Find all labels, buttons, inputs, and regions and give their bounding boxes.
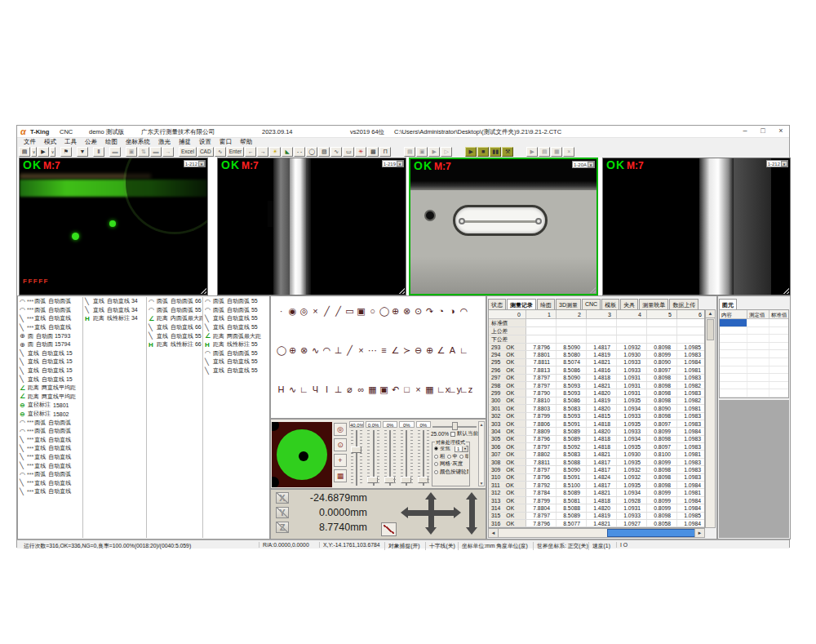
list-item[interactable]: ∠距离两直线平均距: [18, 384, 82, 393]
list-item[interactable]: ∠距离两圆弧最大距: [203, 331, 270, 340]
menu-item[interactable]: 设置: [195, 138, 215, 146]
table-row[interactable]: 298OK 7.87978.50931.48211.09310.80981.09…: [489, 382, 704, 389]
toolbar-button[interactable]: [453, 147, 464, 157]
tool-icon[interactable]: ▣: [357, 306, 366, 317]
toolbar-button[interactable]: ▶: [526, 147, 538, 157]
minimize-button[interactable]: –: [740, 127, 750, 135]
resize-grip-icon[interactable]: [198, 286, 206, 294]
list-item[interactable]: ◠***圆弧自动圆弧: [18, 297, 82, 306]
table-row[interactable]: 314OK 7.88048.50881.48201.09310.80991.09…: [489, 504, 704, 512]
slider-thumb[interactable]: [452, 422, 458, 430]
tool-icon[interactable]: ⊕: [425, 345, 434, 356]
toolbar-button[interactable]: ⚒: [502, 147, 513, 157]
tool-icon[interactable]: ∟: [459, 345, 468, 356]
list-item[interactable]: ⊕圆自动圆 15794: [18, 340, 82, 349]
toolbar-button[interactable]: - -: [294, 147, 305, 157]
toolbar-button[interactable]: [392, 147, 403, 157]
table-row[interactable]: 295OK 7.88118.50741.48211.09330.80901.09…: [489, 359, 704, 366]
tool-icon[interactable]: ↷: [425, 306, 434, 317]
list-item[interactable]: ◠***圆弧自动圆弧: [18, 470, 82, 479]
toolbar-button[interactable]: ←: [245, 147, 256, 157]
table-row[interactable]: [720, 358, 788, 366]
list-item[interactable]: ⊖直径标注15802: [18, 410, 82, 419]
toolbar-button[interactable]: ▶: [465, 147, 477, 157]
maximize-button[interactable]: □: [758, 127, 768, 135]
radio-zoom[interactable]: [434, 446, 438, 451]
menu-item[interactable]: 激光: [154, 138, 175, 146]
list-item[interactable]: ╲直线自动直线 34: [83, 306, 146, 315]
light-mode-button[interactable]: ⊙: [334, 438, 347, 451]
table-row[interactable]: 296OK 7.88138.50861.48161.09330.80971.09…: [489, 366, 704, 374]
tool-icon[interactable]: ∟z: [459, 384, 468, 395]
list-item[interactable]: ╲直线自动直线 15: [18, 349, 82, 358]
camera4-exposure-combo[interactable]: 1-212▾: [766, 160, 788, 167]
tool-icon[interactable]: ⊥: [334, 384, 343, 395]
menu-item[interactable]: 模式: [40, 138, 60, 146]
menu-item[interactable]: 帮助: [236, 138, 256, 146]
tool-icon[interactable]: ◎: [299, 306, 308, 317]
table-row[interactable]: 293OK 7.87968.50901.48171.09320.80981.09…: [489, 344, 704, 351]
y-axis-icon[interactable]: Y: [276, 507, 289, 518]
tool-icon[interactable]: ⊕: [391, 306, 400, 317]
list-item[interactable]: ╲直线自动直线 55: [203, 314, 270, 323]
list-item[interactable]: ⊕圆自动圆 15793: [18, 331, 82, 340]
table-row[interactable]: [720, 366, 788, 375]
list-item[interactable]: ◠***圆弧自动圆弧: [18, 427, 82, 436]
radio-grid-gray[interactable]: [434, 462, 438, 466]
x-axis-icon[interactable]: X: [276, 492, 289, 504]
light-channel-slider[interactable]: 0%: [398, 421, 415, 488]
status-item[interactable]: 坐标单位:mm 角度单位(度): [458, 542, 528, 550]
tool-icon[interactable]: ×: [414, 384, 423, 395]
list-item[interactable]: ◠圆弧自动圆弧 55: [147, 306, 202, 315]
status-item[interactable]: I O: [616, 542, 628, 548]
toolbar-button[interactable]: ×: [563, 147, 574, 157]
toolbar-button[interactable]: Enter: [227, 147, 245, 157]
scrollbar-thumb[interactable]: [607, 529, 695, 537]
light-mode-button[interactable]: +: [334, 454, 347, 467]
tool-icon[interactable]: ⊖: [414, 345, 423, 356]
table-row[interactable]: 上公差: [489, 327, 704, 335]
toolbar-button[interactable]: ▩: [367, 147, 379, 157]
list-item[interactable]: ◠***圆弧自动圆弧: [18, 306, 82, 315]
tool-icon[interactable]: ◉: [288, 306, 297, 317]
slider-thumb[interactable]: [401, 477, 411, 483]
table-row[interactable]: [720, 350, 788, 358]
list-item[interactable]: H距离线性标注 66: [147, 340, 202, 349]
status-item[interactable]: R/A:0.0000,0.0000: [259, 542, 309, 548]
tool-icon[interactable]: ⊗: [299, 345, 308, 356]
toolbar-button[interactable]: ▤: [19, 147, 30, 157]
table-row[interactable]: [720, 389, 788, 398]
tool-icon[interactable]: ·: [277, 306, 286, 317]
table-row[interactable]: 311OK 7.87928.51001.48171.09350.80981.09…: [489, 482, 704, 489]
list-item[interactable]: ╲***直线自动直线: [18, 323, 82, 332]
tool-icon[interactable]: ⊕: [288, 345, 297, 356]
tool-icon[interactable]: ×: [357, 345, 366, 356]
light-mode-button[interactable]: ▦: [334, 469, 347, 482]
list-item[interactable]: ╲***直线自动直线: [18, 478, 82, 487]
list-item[interactable]: ╲直线自动直线 55: [203, 358, 270, 366]
tool-icon[interactable]: ∿: [288, 384, 297, 395]
table-row[interactable]: [720, 374, 788, 382]
camera-view-3-selected[interactable]: OKM:7 1-20A▾: [409, 158, 598, 295]
status-item[interactable]: 运行次数=316,OK=336,NG=0,良率=100.00%(0018:20)…: [20, 542, 191, 550]
tool-icon[interactable]: ⋯: [368, 345, 377, 356]
toolbar-button[interactable]: ▶: [38, 147, 49, 157]
tool-icon[interactable]: ◑: [448, 306, 457, 317]
toolbar-button[interactable]: [56, 147, 60, 157]
element-table[interactable]: 内容测定值标准值: [719, 309, 789, 398]
radio-fine[interactable]: [459, 455, 463, 459]
tool-icon[interactable]: I: [322, 384, 331, 395]
list-item[interactable]: ╲直线自动直线 15: [18, 366, 82, 375]
list-item[interactable]: ╲直线自动直线 15: [18, 375, 82, 384]
table-row[interactable]: 313OK 7.87998.50811.48181.09280.80991.09…: [489, 497, 704, 504]
table-row[interactable]: 标准值: [489, 319, 704, 327]
camera2-exposure-combo[interactable]: 1-219▾: [382, 160, 404, 167]
table-row[interactable]: 301OK 7.88038.50831.48201.09340.80901.09…: [489, 405, 704, 412]
toolbar-button[interactable]: ∿: [330, 147, 342, 157]
results-tab[interactable]: CNC: [582, 299, 601, 309]
resize-grip-icon[interactable]: [397, 286, 405, 294]
list-item[interactable]: ╲***直线自动直线: [18, 436, 82, 445]
camera-view-4[interactable]: OKM:7 1-212▾: [602, 158, 791, 295]
list-item[interactable]: ╲***直线自动直线: [18, 461, 82, 470]
toolbar-button[interactable]: Π: [379, 147, 391, 157]
